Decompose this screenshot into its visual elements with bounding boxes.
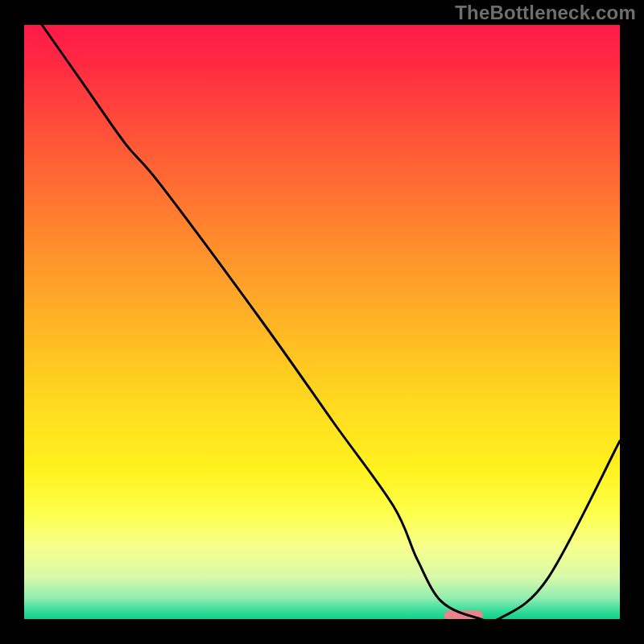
chart-frame: TheBottleneck.com: [0, 0, 644, 644]
chart-overlay: [0, 0, 644, 644]
bottleneck-curve: [42, 25, 620, 621]
